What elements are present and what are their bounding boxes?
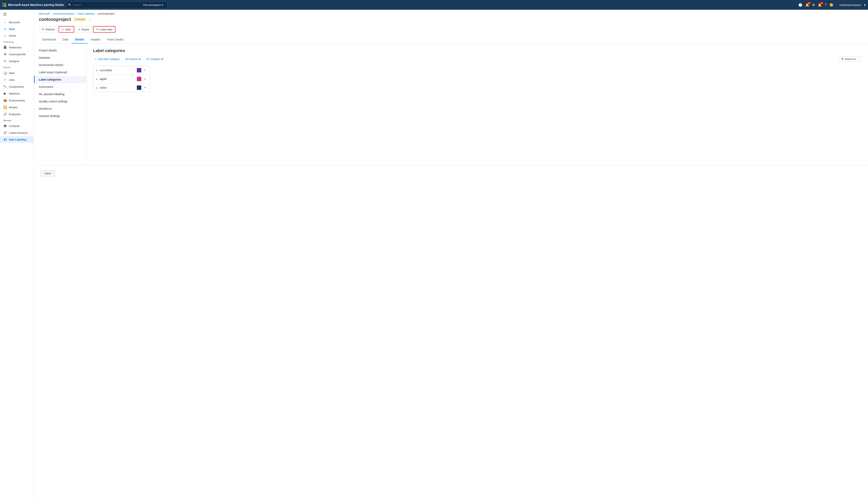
- main-layout: ☰ ← Microsoft + Start ⌂ Home Authoring 📓…: [0, 10, 868, 501]
- sidebar-item-models[interactable]: 🔁 Models: [0, 104, 34, 111]
- sidebar-item-designer[interactable]: ✏ Designer: [0, 58, 34, 65]
- home-label: Home: [9, 34, 16, 37]
- add-subcategory-cucumber[interactable]: +: [143, 68, 147, 72]
- sidebar-item-microsoft[interactable]: ← Microsoft: [0, 19, 34, 26]
- profile-icon[interactable]: 😊: [829, 3, 833, 7]
- export-button[interactable]: ↗ Export: [75, 26, 92, 32]
- status-text: Paused: [76, 18, 85, 21]
- sidebar-item-pipelines[interactable]: ▶ Pipelines: [0, 90, 34, 97]
- add-label-category-button[interactable]: ＋ Add label category: [93, 56, 121, 62]
- left-nav-instructions[interactable]: Instructions: [34, 83, 86, 90]
- microsoft-label: Microsoft: [9, 21, 20, 24]
- search-bar[interactable]: 🔍 This workspace ▾: [66, 2, 167, 8]
- workspace-selector[interactable]: This workspace ▾: [141, 3, 165, 7]
- left-nav-project-details[interactable]: Project details: [34, 47, 86, 54]
- expand-indicator-onion: [96, 87, 98, 88]
- expand-all-label: Expand all: [129, 57, 141, 61]
- tab-insights[interactable]: Insights: [87, 36, 104, 43]
- section-title: Label categories: [93, 49, 861, 53]
- refresh-button[interactable]: ↻ Refresh: [39, 26, 58, 32]
- nav-icons: 🕐 🔔 23 ⚙ 🔔 14 ? 😊 contosoworkspace ▾: [799, 2, 866, 7]
- automated-ml-label: Automated ML: [9, 53, 26, 56]
- models-label: Models: [9, 106, 18, 109]
- left-nav-incremental-refresh[interactable]: Incremental refresh: [34, 61, 86, 68]
- color-swatch-cucumber[interactable]: [137, 68, 141, 73]
- sidebar-item-data[interactable]: 📊 Data: [0, 70, 34, 76]
- sidebar-item-jobs[interactable]: ⚡ Jobs: [0, 76, 34, 83]
- refresh-label: Refresh: [45, 28, 55, 31]
- components-icon: 🔧: [3, 85, 7, 88]
- add-subcategory-apple[interactable]: +: [143, 77, 147, 81]
- sidebar-item-data-labeling[interactable]: 🏷 Data Labeling: [0, 136, 34, 143]
- collapse-all-button[interactable]: ⊟ Collapse all: [145, 57, 164, 61]
- toolbar: ↻ Refresh ▷ Start ↗ Export ✏ Label data: [34, 24, 868, 36]
- label-name-cucumber: cucumber: [100, 68, 135, 72]
- tab-details[interactable]: Details: [72, 36, 87, 43]
- sidebar-item-automated-ml[interactable]: ⚙ Automated ML: [0, 51, 34, 58]
- tab-data[interactable]: Data: [59, 36, 72, 43]
- page-header: contosoproject ℹ Paused ☆: [34, 17, 868, 24]
- help-icon[interactable]: ?: [825, 3, 826, 7]
- linked-services-label: Linked Services: [9, 131, 28, 135]
- label-data-button[interactable]: ✏ Label data: [93, 26, 116, 33]
- tabs: Dashboard Data Details Insights Vision S…: [34, 36, 868, 43]
- tab-vision-studio[interactable]: Vision Studio: [104, 36, 127, 43]
- breadcrumb-sep-2: ›: [76, 12, 77, 15]
- endpoints-label: Endpoints: [9, 113, 21, 116]
- home-icon: ⌂: [3, 34, 7, 38]
- menu-button[interactable]: ☰: [0, 10, 34, 19]
- settings-icon[interactable]: ⚙: [812, 3, 815, 7]
- start-button[interactable]: ▷ Start: [59, 26, 74, 33]
- breadcrumb-workspace[interactable]: contosoworkspace: [53, 12, 75, 15]
- tab-dashboard[interactable]: Dashboard: [39, 36, 59, 43]
- collapse-all-label: Collapse all: [150, 57, 163, 61]
- expand-icon: ⊞: [126, 57, 128, 61]
- left-nav-label-categories[interactable]: Label categories: [34, 76, 86, 83]
- notification-icon-1[interactable]: 🔔 23: [805, 3, 809, 7]
- linked-services-icon: 🔗: [3, 131, 7, 135]
- notification-badge-1: 23: [807, 2, 811, 4]
- sidebar-item-endpoints[interactable]: 🔗 Endpoints: [0, 111, 34, 118]
- sidebar-item-new[interactable]: + Start: [0, 26, 34, 32]
- sidebar-item-components[interactable]: 🔧 Components: [0, 83, 34, 90]
- left-nav-workforce[interactable]: Workforce: [34, 105, 86, 112]
- left-nav-ml-labeling[interactable]: ML assisted labeling: [34, 90, 86, 98]
- breadcrumb-data-labeling[interactable]: Data Labeling: [78, 12, 94, 15]
- components-label: Components: [9, 85, 24, 88]
- assets-section-label: Assets: [0, 65, 34, 70]
- add-subcategory-onion[interactable]: +: [143, 86, 147, 89]
- notification-icon-2[interactable]: 🔔 14: [818, 3, 822, 7]
- authoring-section-label: Authoring: [0, 39, 34, 44]
- left-nav-general-settings[interactable]: General Settings: [34, 112, 86, 120]
- sidebar: ☰ ← Microsoft + Start ⌂ Home Authoring 📓…: [0, 10, 34, 501]
- data-labeling-label: Data Labeling: [9, 138, 26, 141]
- left-nav-quality-control[interactable]: Quality control settings: [34, 98, 86, 105]
- clock-icon[interactable]: 🕐: [799, 3, 802, 7]
- search-icon: 🔍: [68, 3, 72, 7]
- sidebar-item-linked-services[interactable]: 🔗 Linked Services: [0, 129, 34, 136]
- app-brand: Microsoft Azure Machine Learning Studio: [8, 3, 64, 7]
- breadcrumb-sep-1: ›: [51, 12, 52, 15]
- favorite-star-icon[interactable]: ☆: [88, 18, 91, 21]
- label-name-onion: onion: [100, 86, 135, 89]
- export-label: Export: [82, 28, 89, 31]
- left-nav-datasets[interactable]: Datasets: [34, 54, 86, 61]
- color-swatch-apple[interactable]: [137, 77, 141, 81]
- top-navigation: Microsoft Azure Machine Learning Studio …: [0, 0, 868, 10]
- sidebar-item-notebooks[interactable]: 📓 Notebooks: [0, 44, 34, 51]
- chevron-down-icon[interactable]: ▾: [864, 3, 866, 7]
- color-swatch-onion[interactable]: [137, 85, 141, 90]
- manage-section-label: Manage: [0, 118, 34, 122]
- sidebar-item-compute[interactable]: 💻 Compute: [0, 122, 34, 129]
- search-filter-button[interactable]: ⚗ Search to ...: [838, 56, 861, 62]
- sidebar-item-environments[interactable]: 📦 Environments: [0, 97, 34, 104]
- compute-icon: 💻: [3, 124, 7, 128]
- sidebar-item-home[interactable]: ⌂ Home: [0, 32, 34, 39]
- search-input[interactable]: [73, 3, 140, 7]
- jobs-label: Jobs: [9, 78, 14, 81]
- left-nav-label-export[interactable]: Label export (optional): [34, 68, 86, 76]
- save-button[interactable]: Save: [41, 170, 55, 177]
- breadcrumb-microsoft[interactable]: Microsoft: [39, 12, 50, 15]
- microsoft-logo: [2, 3, 6, 7]
- expand-all-button[interactable]: ⊞ Expand all: [124, 57, 142, 61]
